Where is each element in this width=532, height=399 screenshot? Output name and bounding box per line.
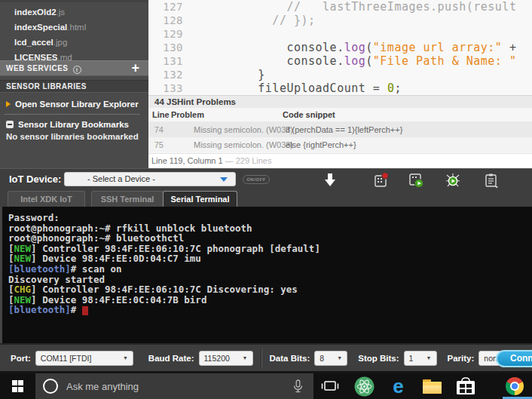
code-token: ( (365, 54, 373, 68)
line-number: 127 (148, 0, 186, 14)
file-list: indexOld2.jsindexSpecial.htmllcd_accel.j… (0, 2, 148, 65)
code-token: log (344, 54, 366, 68)
tab-serial-terminal[interactable]: Serial Terminal (163, 191, 237, 207)
stop-bits-dropdown[interactable]: 1▼ (404, 351, 437, 366)
terminal-line: [NEW] Controller 98:4F:EE:06:10:7C phono… (8, 244, 532, 254)
cursor-position: Line 119, Column 1 (151, 156, 223, 165)
file-item[interactable]: indexOld2.js (0, 5, 148, 20)
microphone-icon[interactable] (293, 379, 303, 393)
code-line: 128 // }); (148, 14, 532, 27)
line-number: 129 (148, 27, 186, 41)
add-web-service-button[interactable]: + (131, 60, 139, 75)
intel-xdk-window: indexOld2.jsindexSpecial.htmllcd_accel.j… (0, 0, 532, 399)
terminal-line: [bluetooth]# scan on (8, 264, 532, 275)
store-button[interactable] (449, 373, 483, 399)
open-sensor-library-explorer-link[interactable]: Open Sensor Library Explorer (6, 97, 139, 111)
run-app-icon[interactable] (408, 172, 424, 189)
line-number: 130 (148, 41, 186, 54)
column-header-line: Line (152, 108, 170, 122)
device-onoff-indicator: ON/OFF (243, 175, 270, 184)
cortana-search-box[interactable]: Ask me anything (35, 373, 313, 399)
line-number: 131 (148, 54, 186, 68)
code-text: // }); (186, 14, 316, 27)
code-token: "image url array:" (373, 41, 503, 54)
data-bits-label: Data Bits: (270, 354, 310, 363)
edge-button[interactable]: e (381, 373, 415, 399)
web-services-section-header[interactable]: WEB SERVICESi + (0, 60, 148, 76)
terminal-line: [bluetooth]# (8, 305, 532, 315)
problem-row[interactable]: 74Missing semicolon. (W033)if (perchData… (148, 122, 532, 137)
code-line: 133 fileUploadCount = 0; (148, 81, 532, 95)
tab-ssh-terminal[interactable]: SSH Terminal (91, 191, 164, 207)
code-text: } (186, 68, 265, 81)
info-icon[interactable]: i (73, 66, 81, 74)
terminal-cursor (82, 306, 88, 315)
code-line: 130 console.log("image url array:" + (148, 41, 532, 54)
no-bookmarks-message: No sensor libraries bookmarked (6, 132, 139, 141)
column-header-snippet: Code snippet (283, 108, 335, 122)
line-number: 132 (148, 68, 186, 81)
column-header-problem: Problem (171, 108, 204, 122)
total-lines: 229 Lines (236, 156, 272, 165)
chevron-down-icon: ▼ (118, 355, 128, 361)
line-number: 128 (148, 14, 186, 27)
serial-settings-bar: Port: COM11 [FTDI]▼ Baud Rate: 115200▼ D… (0, 343, 532, 371)
jshint-problems-panel: 44 JSHint Problems Line Problem Code sni… (148, 95, 532, 153)
file-item[interactable]: lcd_accel.jpg (0, 35, 148, 50)
problems-rows: 74Missing semicolon. (W033)if (perchData… (148, 122, 532, 152)
stop-bits-label: Stop Bits: (358, 354, 399, 363)
data-bits-dropdown[interactable]: 8▼ (314, 351, 347, 366)
start-button[interactable] (0, 373, 35, 399)
tab-intel-xdk-iot[interactable]: Intel XDK IoT (8, 191, 85, 207)
windows-store-icon (456, 377, 475, 395)
file-name: indexOld2 (14, 8, 57, 17)
debug-app-icon[interactable] (445, 172, 461, 189)
code-token: console. (186, 41, 344, 54)
app-manifest-icon[interactable] (483, 172, 500, 189)
intel-xdk-button[interactable] (347, 373, 381, 399)
code-text: fileUploadCount = 0; (186, 81, 402, 95)
editor-status-bar: Line 119, Column 1 — 229 Lines (148, 153, 532, 168)
chrome-button[interactable] (498, 373, 532, 399)
task-view-button[interactable] (313, 373, 347, 399)
terminal-line: Password: (8, 213, 532, 223)
problem-description: Missing semicolon. (W033) (194, 137, 293, 152)
port-dropdown[interactable]: COM11 [FTDI]▼ (35, 351, 133, 366)
web-services-label: WEB SERVICESi (6, 60, 81, 76)
chevron-down-icon: ▼ (332, 355, 342, 361)
terminal-line: root@phonograph:~# bluetoothctl (8, 233, 532, 244)
problem-row[interactable]: 75Missing semicolon. (W033)else {rightPe… (148, 137, 532, 152)
project-sidebar: indexOld2.jsindexSpecial.htmllcd_accel.j… (0, 0, 148, 168)
problem-code-snippet: else {rightPerch++} (286, 137, 356, 152)
iot-toolbar: IoT Device: - Select a Device - ON/OFF (0, 168, 532, 207)
port-label: Port: (11, 354, 31, 363)
code-token: // lastThreeImages.push(result (186, 0, 516, 14)
upload-icon[interactable] (322, 172, 338, 189)
baud-rate-dropdown[interactable]: 115200▼ (199, 351, 253, 366)
connect-button[interactable]: Connect (496, 350, 532, 367)
serial-terminal-output[interactable]: Password:root@phonograph:~# rfkill unblo… (0, 207, 532, 343)
editor-pane: 127 // lastThreeImages.push(result128 //… (148, 0, 532, 168)
stop-app-icon[interactable] (373, 172, 390, 189)
code-editor[interactable]: 127 // lastThreeImages.push(result128 //… (148, 0, 532, 95)
file-item[interactable]: indexSpecial.html (0, 20, 148, 35)
code-token: console. (186, 54, 344, 68)
problems-panel-title[interactable]: 44 JSHint Problems (148, 95, 532, 108)
chevron-down-icon (220, 177, 228, 182)
file-extension: .js (57, 8, 66, 17)
file-name: indexSpecial (14, 23, 67, 32)
terminal-text: # (71, 304, 82, 315)
device-select-dropdown[interactable]: - Select a Device - (64, 172, 236, 186)
cortana-icon (43, 379, 58, 394)
terminal-line: Discovery started (8, 275, 532, 285)
collapse-icon (6, 121, 14, 128)
sensor-library-bookmarks-toggle[interactable]: Sensor Library Bookmarks (6, 118, 129, 131)
search-placeholder: Ask me anything (66, 381, 139, 392)
terminal-line: root@phonograph:~# rfkill unblock blueto… (8, 223, 532, 234)
windows-taskbar: Ask me anything (0, 373, 532, 399)
triangle-right-icon (6, 101, 11, 107)
file-explorer-button[interactable] (415, 373, 449, 399)
code-line: 132 } (148, 68, 532, 81)
code-token: + (502, 41, 516, 54)
status-separator: — (225, 156, 234, 165)
